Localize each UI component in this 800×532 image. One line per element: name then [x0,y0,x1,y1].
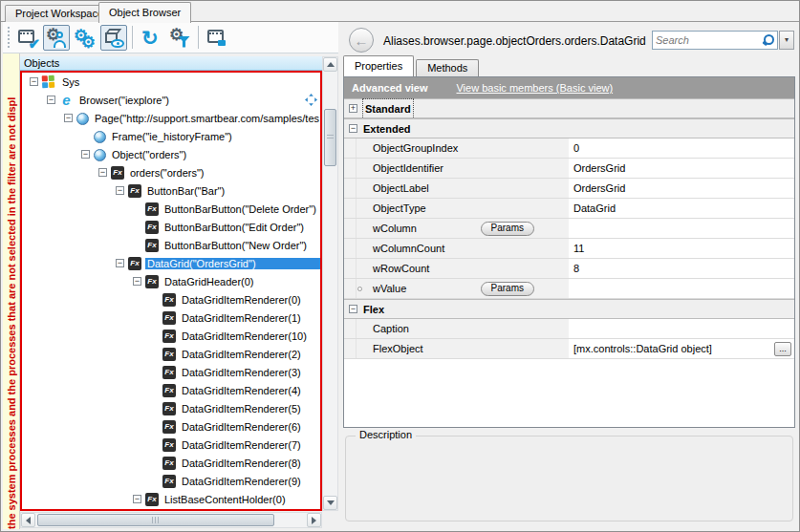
flex-fx-icon: Fx [145,275,159,288]
objects-header: Objects [20,56,322,71]
tree-spacer [150,477,159,485]
property-row[interactable]: wColumnParams [344,219,794,239]
tab-object-browser[interactable]: Object Browser [98,2,191,23]
collapse-icon[interactable]: − [64,114,73,122]
property-row[interactable]: ObjectTypeDataGrid [344,199,794,219]
tree-item[interactable]: −Page("http://support.smartbear.com/samp… [22,109,320,127]
property-group-row[interactable]: −Extended [344,118,794,138]
property-name: wValue [373,279,406,298]
collapse-icon[interactable]: − [133,277,141,286]
tree-spacer [150,386,159,394]
collapse-icon[interactable]: − [30,77,38,86]
toolbar-separator [198,26,199,49]
collapse-icon[interactable]: − [133,495,141,503]
tree-item[interactable]: FxDataGridItemRenderer(0) [22,290,320,309]
horizontal-scroll-thumb[interactable] [37,514,274,526]
scroll-left-icon[interactable] [21,513,35,527]
scroll-down-icon[interactable] [323,496,337,510]
tree-item-label: DataGrid("OrdersGrid") [145,258,320,269]
tree-item[interactable]: FxDataGridItemRenderer(1) [22,309,320,327]
property-value-cell: OrdersGrid [569,159,794,178]
basic-view-link[interactable]: View basic members (Basic view) [456,82,613,94]
window-panel-icon[interactable] [204,25,230,51]
tree-item[interactable]: −FxButtonBar("Bar") [22,181,320,200]
property-row[interactable]: wColumnCount11 [344,239,794,259]
tree-item[interactable]: FxDataGridItemRenderer(5) [22,399,320,417]
property-group-row[interactable]: +Standard [344,98,794,118]
tree-item[interactable]: FxDataGridItemRenderer(9) [22,472,320,490]
tree-vertical-scrollbar[interactable] [322,56,338,511]
property-row[interactable]: ObjectGroupIndex0 [344,138,794,159]
ellipsis-button[interactable]: ... [774,342,791,356]
scroll-up-icon[interactable] [323,57,337,72]
tree-item[interactable]: FxDataGridItemRenderer(4) [22,381,320,399]
tree-item-label: ButtonBarButton("Delete Order") [162,203,318,215]
params-button[interactable]: Params [481,222,534,236]
tab-methods[interactable]: Methods [416,59,479,76]
flex-fx-icon: Fx [162,457,176,470]
property-row[interactable]: ObjectLabelOrdersGrid [344,179,794,199]
property-row[interactable]: FlexObject[mx.controls::DataGrid object]… [344,339,794,359]
property-name-cell: FlexObject [344,339,569,358]
property-group-row[interactable]: −Flex [344,299,794,319]
collapse-icon[interactable]: − [116,259,124,267]
tree-horizontal-scrollbar[interactable] [20,512,322,528]
tree-item[interactable]: −FxListBaseContentHolder(0) [22,490,320,508]
expand-icon[interactable]: + [349,104,357,113]
tree-item[interactable]: FxButtonBarButton("Edit Order") [22,218,320,236]
gear-filter-icon[interactable]: ⚙ [166,25,193,51]
tree-spacer [133,204,141,213]
params-button[interactable]: Params [481,282,534,296]
window-check-icon[interactable]: ✔ [14,25,41,51]
collapse-icon[interactable]: − [81,150,90,159]
tree-item[interactable]: FxDataGridItemRenderer(8) [22,454,320,472]
tree-item[interactable]: −Object("orders") [22,145,320,163]
tree-item[interactable]: FxDataGridItemRenderer(2) [22,345,320,363]
tree-item[interactable]: FxButtonBarButton("New Order") [22,236,320,254]
tree-item[interactable]: FxDataGridItemRenderer(7) [22,436,320,454]
collapse-icon[interactable]: − [116,186,124,195]
tab-properties[interactable]: Properties [343,55,414,76]
flex-fx-icon: Fx [162,348,176,361]
collapse-icon[interactable]: − [98,168,107,177]
scroll-right-icon[interactable] [307,513,321,527]
double-gear-icon[interactable]: ⚙ ⚙ [72,25,98,51]
tree-item-label: DataGridItemRenderer(1) [180,312,303,324]
collapse-icon[interactable]: − [349,124,357,133]
search-icon[interactable] [762,33,775,47]
toolbar-separator [132,26,133,49]
search-input[interactable] [653,32,762,48]
tree-item[interactable]: −Fxorders("orders") [22,163,320,181]
refresh-icon[interactable]: ↻ [138,25,164,51]
property-row[interactable]: Caption [344,319,794,339]
collapse-icon[interactable]: − [47,96,55,104]
tree-item[interactable]: −FxDataGridHeader(0) [22,272,320,290]
tree-item-label: ButtonBarButton("Edit Order") [162,222,306,233]
tree-item[interactable]: FxButtonBarButton("Delete Order") [22,200,320,218]
tree-item-label: Page("http://support.smartbear.com/sampl… [93,113,321,124]
tree-spacer [133,241,141,249]
flex-fx-icon: Fx [162,311,176,325]
flex-fx-icon: Fx [145,221,159,234]
property-row[interactable]: ObjectIdentifierOrdersGrid [344,159,794,179]
back-button[interactable]: ← [349,28,374,53]
flex-fx-icon: Fx [145,493,159,506]
tree-item[interactable]: FxDataGridItemRenderer(6) [22,417,320,436]
tree-item-label: Object("orders") [110,149,188,160]
tab-project-workspace[interactable]: Project Workspace [5,5,114,22]
navigation-arrows-icon [305,94,317,106]
tree-item[interactable]: Frame("ie_historyFrame") [22,127,320,145]
tree-item[interactable]: FxDataGridItemRenderer(3) [22,363,320,381]
vertical-scroll-thumb[interactable] [324,109,336,166]
gear-user-icon[interactable]: ⚙ [43,25,70,51]
tree-item[interactable]: −FxDataGrid("OrdersGrid") [22,254,320,272]
tree-item[interactable]: −eBrowser("iexplore") [22,91,320,109]
property-row[interactable]: wValueParams [344,279,794,299]
tree-item[interactable]: −Sys [22,73,320,91]
search-options-dropdown[interactable]: ▾ [779,31,794,50]
tree-item[interactable]: FxDataGridItemRenderer(10) [22,327,320,345]
collapse-icon[interactable]: − [349,305,357,313]
property-value-cell [569,319,794,338]
cube-eye-icon[interactable] [100,25,127,51]
property-row[interactable]: wRowCount8 [344,259,794,279]
